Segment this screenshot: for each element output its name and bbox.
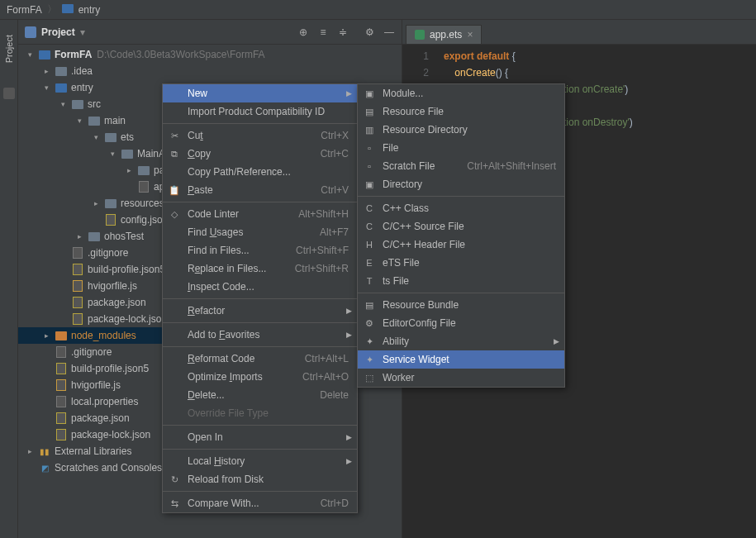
menu-item[interactable]: HC/C++ Header File [358,236,564,254]
menu-shortcut: Alt+Shift+H [298,208,349,220]
project-icon [25,26,36,38]
menu-item[interactable]: Reformat CodeCtrl+Alt+L [163,350,357,368]
menu-item-icon: H [363,240,376,250]
menu-item[interactable]: New▶ [163,84,357,102]
menu-separator [163,425,357,426]
menu-separator [163,322,357,323]
panel-title[interactable]: Project [41,26,75,38]
menu-item-icon: ◇ [168,209,181,220]
menu-item[interactable]: Add to Favorites▶ [163,326,357,344]
menu-item[interactable]: ▫Scratch FileCtrl+Alt+Shift+Insert [358,157,564,175]
menu-item-icon: ✦ [363,355,376,365]
menu-item-icon: C [363,203,376,213]
tree-root[interactable]: ▾FormFAD:\Code\3.0Beta3WorkSpace\FormFA [18,46,402,63]
menu-item-label: Override File Type [188,407,349,419]
project-tool-button[interactable]: Project [4,35,14,63]
menu-shortcut: Ctrl+V [321,184,349,196]
menu-item[interactable]: ✦Ability▶ [358,332,564,350]
submenu-arrow-icon: ▶ [346,457,352,465]
breadcrumb: FormFA 〉 entry [0,0,756,20]
menu-item[interactable]: Delete...Delete [163,386,357,404]
menu-item-label: Cut [188,130,294,141]
menu-item-label: Copy [188,148,294,159]
gear-icon[interactable]: ⚙ [364,26,375,38]
menu-item[interactable]: ▣Module... [358,84,564,102]
menu-item[interactable]: Replace in Files...Ctrl+Shift+R [163,259,357,278]
menu-item[interactable]: Local History▶ [163,452,357,470]
menu-item-label: Delete... [188,389,293,401]
panel-header: Project ▾ ⊕ ≡ ≑ ⚙ — [18,20,402,45]
menu-item[interactable]: Inspect Code... [163,278,357,296]
menu-item-label: C/C++ Source File [383,221,556,232]
menu-item-icon: T [363,276,376,286]
breadcrumb-module[interactable]: entry [78,4,101,16]
tree-item[interactable]: ▸.idea [18,63,402,79]
menu-item-icon: ⚙ [363,318,376,329]
menu-item[interactable]: ▤Resource Bundle [358,296,564,314]
menu-item[interactable]: ↻Reload from Disk [163,470,357,488]
menu-item[interactable]: ⚙EditorConfig File [358,314,564,332]
menu-item[interactable]: 📋PasteCtrl+V [163,181,357,199]
menu-item-label: Scratch File [383,160,440,172]
menu-item[interactable]: ✦Service Widget [358,350,564,369]
menu-item[interactable]: Import Product Compatibility ID [163,102,357,121]
menu-item[interactable]: EeTS File [358,254,564,272]
menu-item-label: C/C++ Header File [383,239,556,250]
close-icon[interactable]: × [467,29,473,40]
menu-separator [358,293,564,293]
menu-item-icon: ✂ [168,131,181,141]
breadcrumb-project[interactable]: FormFA [7,4,42,16]
menu-item-icon: ⧉ [168,149,181,159]
menu-item[interactable]: ▫File [358,139,564,157]
menu-item-icon: ▥ [363,125,376,136]
menu-item-label: eTS File [383,257,556,269]
menu-item[interactable]: Refactor▶ [163,302,357,320]
menu-item[interactable]: ▥Resource Directory [358,121,564,139]
collapse-icon[interactable]: ≑ [337,26,349,38]
menu-item[interactable]: ▤Resource File [358,102,564,121]
locate-icon[interactable]: ⊕ [297,26,309,38]
menu-item-icon: 📋 [168,185,181,196]
menu-item[interactable]: Copy Path/Reference... [163,163,357,181]
menu-item[interactable]: ✂CutCtrl+X [163,126,357,145]
menu-item[interactable]: CC/C++ Source File [358,217,564,236]
menu-item[interactable]: ⧉CopyCtrl+C [163,145,357,163]
menu-item-label: Replace in Files... [188,263,269,274]
submenu-arrow-icon: ▶ [346,331,352,339]
menu-item-label: Worker [383,372,556,383]
menu-item-icon: ▣ [363,179,376,190]
menu-item-label: Local History [188,455,349,467]
new-submenu[interactable]: ▣Module...▤Resource File▥Resource Direct… [357,83,565,388]
menu-item-label: Open In [188,431,349,443]
context-menu[interactable]: New▶Import Product Compatibility ID✂CutC… [162,83,358,513]
menu-item-icon: ✦ [363,336,376,347]
menu-item[interactable]: Optimize ImportsCtrl+Alt+O [163,368,357,386]
menu-item-label: C++ Class [383,202,556,214]
menu-item[interactable]: Tts File [358,272,564,290]
menu-item-label: Resource File [383,106,556,117]
menu-separator [163,346,357,347]
folder-icon [62,4,74,16]
menu-item[interactable]: ⬚Worker [358,369,564,387]
menu-item-label: Reformat Code [188,353,278,364]
dropdown-icon[interactable]: ▾ [80,26,85,38]
menu-item-icon: ⬚ [363,373,376,383]
menu-item[interactable]: ▣Directory [358,175,564,193]
hide-icon[interactable]: — [383,26,395,38]
menu-item-label: Copy Path/Reference... [188,166,349,178]
submenu-arrow-icon: ▶ [346,433,352,441]
editor-tab[interactable]: app.ets × [406,25,482,44]
menu-item[interactable]: ⇆Compare With...Ctrl+D [163,494,357,512]
menu-item[interactable]: Find UsagesAlt+F7 [163,223,357,241]
structure-tool-icon[interactable] [3,88,15,99]
menu-item-label: Resource Bundle [383,299,556,311]
menu-item[interactable]: Open In▶ [163,428,357,446]
expand-icon[interactable]: ≡ [317,26,329,38]
menu-item-label: Resource Directory [383,124,556,136]
menu-item[interactable]: ◇Code LinterAlt+Shift+H [163,205,357,223]
menu-item-label: Reload from Disk [188,474,349,485]
menu-item[interactable]: Find in Files...Ctrl+Shift+F [163,241,357,259]
menu-shortcut: Delete [320,389,349,401]
menu-shortcut: Ctrl+Alt+Shift+Insert [467,160,556,172]
menu-item[interactable]: CC++ Class [358,199,564,217]
